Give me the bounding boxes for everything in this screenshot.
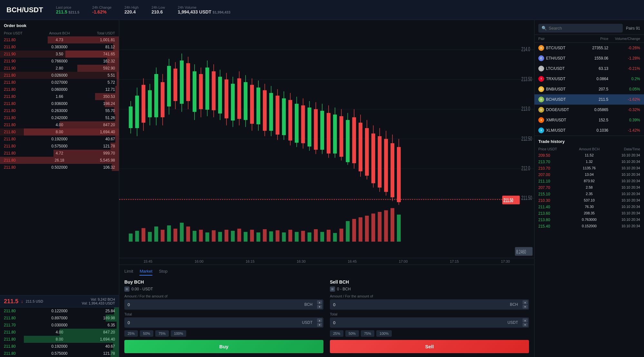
- sell-total-input[interactable]: [330, 318, 504, 328]
- svg-rect-103: [154, 227, 158, 242]
- buy-order-row[interactable]: 211.70 0.030000 6.35: [0, 322, 119, 329]
- sell-order-row[interactable]: 211.80 0.263000 55.70: [0, 107, 119, 114]
- sell-order-row[interactable]: 211.80 26.18 5,545.98: [0, 157, 119, 164]
- pair-row-trx-usdt[interactable]: T TRX/USDT 0.0864 0.2%: [534, 74, 644, 84]
- buy-order-row[interactable]: 211.80 0.897000 189.98: [0, 315, 119, 322]
- buy-amount-input[interactable]: [124, 300, 301, 310]
- pair-row-bch-usdt[interactable]: B BCH/USDT 211.5 -1.62%: [534, 94, 644, 105]
- buy-total-up[interactable]: ▲: [317, 318, 322, 322]
- pair-row-xmr-usdt[interactable]: X XMR/USDT 152.5 0.39%: [534, 115, 644, 125]
- sell-order-row[interactable]: 211.80 1.66 350.53: [0, 93, 119, 100]
- ob-price: 211.80: [4, 164, 41, 170]
- svg-rect-114: [225, 230, 228, 242]
- sell-order-row[interactable]: 211.80 0.936000 198.24: [0, 100, 119, 107]
- sell-order-row[interactable]: 211.80 8.00 1,694.40: [0, 128, 119, 136]
- buy-order-row[interactable]: 211.80 0.575000 121.78: [0, 350, 119, 357]
- sell-amount-input[interactable]: [330, 300, 507, 310]
- th-amount: 208.35: [572, 211, 606, 216]
- ob-total: 51.26: [78, 115, 115, 121]
- sell-amount-down[interactable]: ▼: [523, 305, 528, 309]
- buy-order-row[interactable]: 211.80 4.00 847.20: [0, 329, 119, 336]
- svg-rect-123: [282, 232, 286, 242]
- trade-tab-market[interactable]: Market: [139, 269, 152, 276]
- sell-amount-up[interactable]: ▲: [523, 300, 528, 304]
- th-price: 215.10: [538, 192, 572, 196]
- volume-label: 24h Volume: [178, 5, 230, 9]
- pair-row-eth-usdt[interactable]: E ETH/USDT 1559.06 -1.28%: [534, 53, 644, 63]
- buy-order-row[interactable]: 211.80 0.122000 25.84: [0, 307, 119, 315]
- sell-order-row[interactable]: 211.90 2.80 592.90: [0, 65, 119, 72]
- th-amount: 537.10: [572, 198, 606, 203]
- trade-history-row: 215.40 0.152000 10.10 20:34: [534, 223, 644, 230]
- pct-button-25%[interactable]: 25%: [330, 330, 343, 337]
- buy-pct-buttons: 25%50%75%100%: [124, 330, 323, 337]
- buy-amount-up[interactable]: ▲: [317, 300, 322, 304]
- sell-order-row[interactable]: 211.90 3.50 741.65: [0, 51, 119, 58]
- trade-tab-stop[interactable]: Stop: [159, 269, 168, 276]
- sell-pct-buttons: 25%50%75%100%: [330, 330, 529, 337]
- sell-balance: 0 - BCH: [337, 287, 351, 291]
- svg-rect-125: [295, 232, 299, 241]
- sell-order-row[interactable]: 211.80 0.026000 5.51: [0, 72, 119, 79]
- pct-button-25%[interactable]: 25%: [124, 330, 138, 337]
- pair-row-xlm-usdt[interactable]: X XLM/USDT 0.1036 -1.42%: [534, 125, 644, 136]
- pair-name: D DOGE/USDT: [538, 107, 577, 113]
- sell-order-row[interactable]: 211.80 0.242000 51.26: [0, 114, 119, 121]
- svg-rect-131: [333, 233, 337, 242]
- search-input[interactable]: [549, 26, 620, 31]
- pct-button-100%[interactable]: 100%: [171, 330, 186, 337]
- sell-order-row[interactable]: 211.80 0.192000 40.67: [0, 136, 119, 143]
- trading-pair[interactable]: BCH/USDT: [6, 6, 43, 14]
- pair-row-btc-usdt[interactable]: B BTC/USDT 27355.12 -0.26%: [534, 43, 644, 53]
- buy-total-input[interactable]: [124, 318, 299, 328]
- buy-order-row[interactable]: 211.80 8.00 1,694.40: [0, 336, 119, 343]
- sell-amount-stepper: ▲ ▼: [521, 299, 529, 310]
- svg-rect-121: [269, 231, 273, 242]
- pct-button-75%[interactable]: 75%: [361, 330, 374, 337]
- sell-order-row[interactable]: 211.80 4.73 1,001.81: [0, 36, 119, 43]
- sell-order-row[interactable]: 211.80 0.575000 121.78: [0, 143, 119, 150]
- buy-order-row[interactable]: 211.80 0.192000 40.67: [0, 343, 119, 350]
- sell-order-row[interactable]: 211.80 0.502000 106.32: [0, 164, 119, 171]
- sell-order-row[interactable]: 211.90 0.766000 162.32: [0, 58, 119, 65]
- search-box[interactable]: 🔍: [538, 24, 623, 33]
- trade-history-title: Trade history: [534, 136, 644, 146]
- sell-order-row[interactable]: 211.80 0.027000 5.72: [0, 79, 119, 86]
- pair-change: -1.28%: [608, 56, 640, 61]
- pair-name: X XMR/USDT: [538, 117, 577, 123]
- trade-history-row: 209.50 11.52 10.10 20:34: [534, 152, 644, 159]
- sell-order-row[interactable]: 211.80 0.383000 81.12: [0, 43, 119, 51]
- buy-total-down[interactable]: ▼: [317, 323, 322, 327]
- sell-order-row[interactable]: 211.80 4.72 999.70: [0, 150, 119, 157]
- sell-total-down[interactable]: ▼: [523, 323, 528, 327]
- ob-price: 211.80: [4, 136, 41, 142]
- pair-row-bnb-usdt[interactable]: B BNB/USDT 207.5 0.05%: [534, 84, 644, 94]
- svg-rect-130: [327, 230, 331, 242]
- pct-button-50%[interactable]: 50%: [140, 330, 153, 337]
- svg-rect-101: [141, 228, 145, 242]
- svg-rect-106: [173, 229, 177, 241]
- pair-row-ltc-usdt[interactable]: L LTC/USDT 63.13 -0.21%: [534, 63, 644, 74]
- sell-order-row[interactable]: 211.80 0.060000 12.71: [0, 86, 119, 93]
- volume-value: 1,994,433 USDT $1,994,433: [178, 9, 230, 14]
- trade-tab-limit[interactable]: Limit: [124, 269, 133, 276]
- sell-button[interactable]: Sell: [330, 340, 529, 353]
- buy-amount-input-row: BCH ▲ ▼: [124, 299, 323, 310]
- svg-rect-122: [275, 230, 279, 241]
- sell-order-row[interactable]: 211.80 4.00 847.20: [0, 121, 119, 128]
- pairs-col-pair: Pair: [538, 37, 577, 41]
- pair-row-doge-usdt[interactable]: D DOGE/USDT 0.05865 -0.32%: [534, 105, 644, 115]
- pair-name: B BCH/USDT: [538, 97, 577, 102]
- pct-button-100%[interactable]: 100%: [376, 330, 392, 337]
- ob-total: 12.71: [78, 87, 115, 92]
- pct-button-75%[interactable]: 75%: [155, 330, 169, 337]
- pct-button-50%[interactable]: 50%: [345, 330, 359, 337]
- ob-amount: 0.192000: [41, 343, 78, 349]
- th-time: 10.10 20:34: [606, 160, 640, 164]
- trade-tabs: LimitMarketStop: [124, 269, 529, 276]
- buy-button[interactable]: Buy: [124, 340, 323, 353]
- sell-total-up[interactable]: ▲: [523, 318, 528, 322]
- pair-price: 63.13: [577, 66, 609, 71]
- svg-rect-141: [397, 215, 401, 242]
- buy-amount-down[interactable]: ▼: [317, 305, 322, 309]
